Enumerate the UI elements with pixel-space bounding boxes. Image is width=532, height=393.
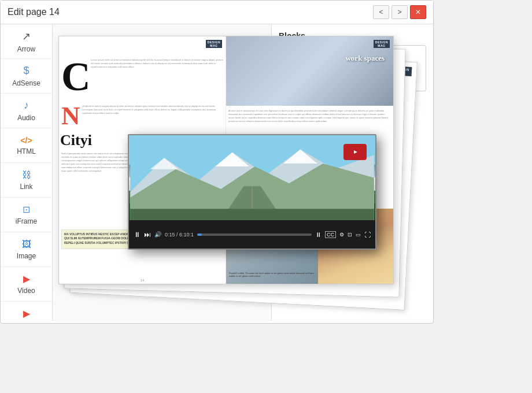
sidebar-item-iframe[interactable]: ⊡ iFrame [1, 198, 52, 232]
video-progress-bar[interactable] [197, 233, 312, 236]
volume-button[interactable]: 🔊 [154, 231, 161, 238]
next-button[interactable]: > [391, 5, 408, 19]
title-bar: Edit page 14 < > ✕ [1, 1, 433, 24]
sidebar-item-link[interactable]: ⛓ Link [1, 163, 52, 198]
mag-city-title: Cityi [60, 132, 92, 149]
sidebar-item-label: HTML [17, 147, 36, 155]
prev-button[interactable]: < [373, 5, 389, 19]
mag-top-image: work spaces [226, 36, 393, 106]
arrow-icon: ↗ [22, 30, 31, 43]
sidebar-item-label: AdSense [12, 79, 40, 87]
content-area: ↗ Arrow $ AdSense ♪ Audio </> HTML ⛓ Lin… [1, 24, 433, 321]
sidebar-item-label: Video [17, 287, 35, 295]
image-icon: 🖼 [22, 239, 31, 250]
yt-logo-text: ▶ [354, 150, 357, 154]
iframe-icon: ⊡ [23, 204, 30, 215]
mountain-svg [129, 135, 375, 220]
main-panel: Blocks DESIGNMAG C DESI [53, 24, 433, 321]
settings-button[interactable]: ⚙ [339, 232, 344, 238]
video-yt-logo[interactable]: ▶ [343, 144, 367, 160]
sidebar-item-label: iFrame [16, 217, 37, 225]
sidebar-item-label: Link [20, 183, 32, 191]
window-title: Edit page 14 [8, 7, 60, 17]
adsense-icon: $ [23, 65, 29, 77]
audio-icon: ♪ [24, 99, 29, 112]
video-controls: ⏸ ⏭ 🔊 0:15 / 6:10:1 ⏸ CC ⚙ ⊡ ▭ [129, 220, 375, 249]
sidebar-item-image[interactable]: 🖼 Image [1, 232, 52, 267]
sidebar-item-youtube[interactable]: ▶ YouTube [1, 302, 52, 321]
mag-text-right-c: Lorem ipsum dolor sit amet consectetur a… [91, 58, 223, 69]
workspace-title: work spaces [345, 54, 385, 63]
sidebar-item-audio[interactable]: ♪ Audio [1, 94, 52, 128]
page-num-left: 14 [141, 279, 145, 282]
next-button-video[interactable]: ⏭ [144, 231, 151, 239]
video-time: 0:15 / 6:10:1 [165, 232, 194, 238]
youtube-icon: ▶ [23, 308, 30, 319]
video-screen: ▶ [129, 135, 375, 220]
main-window: Edit page 14 < > ✕ ↗ Arrow $ AdSense ♪ A… [0, 0, 434, 324]
mag-big-letter-c: C [61, 57, 91, 97]
svg-rect-8 [130, 209, 374, 220]
sidebar-item-arrow[interactable]: ↗ Arrow [1, 24, 52, 59]
pause-indicator: ⏸ [315, 231, 322, 238]
sidebar-item-label: Image [17, 252, 36, 260]
play-pause-button[interactable]: ⏸ [134, 231, 141, 239]
mag-red-letter-n: N [61, 103, 80, 129]
video-player[interactable]: ▶ ⏸ ⏭ 🔊 0:15 / 6:10:1 ⏸ [128, 134, 376, 250]
theater-button[interactable]: ▭ [356, 232, 361, 238]
mag-right-text: At vero eos et accusamus et iusto odio d… [228, 109, 391, 123]
close-button[interactable]: ✕ [410, 5, 426, 19]
sidebar-item-label: Arrow [17, 45, 35, 53]
mag-logo-left: DESIGNMAG [206, 40, 222, 48]
mag-text-right-n: Ut labore et dolore magna aliqua ut enim… [82, 105, 223, 115]
progress-bar-fill [197, 233, 202, 236]
sidebar-item-label: Audio [17, 114, 35, 122]
sidebar-item-html[interactable]: </> HTML [1, 128, 52, 163]
link-icon: ⛓ [22, 170, 31, 180]
sidebar-item-video[interactable]: ▶ Video [1, 267, 52, 302]
title-bar-buttons: < > ✕ [373, 5, 426, 19]
mag-logo-right: DESIGNMAG [374, 40, 390, 48]
pip-button[interactable]: ⊡ [348, 232, 352, 238]
html-icon: </> [20, 136, 32, 145]
fullscreen-button[interactable]: ⛶ [364, 231, 371, 238]
cc-button[interactable]: CC [325, 231, 336, 238]
video-icon: ▶ [23, 273, 30, 284]
sidebar-item-adsense[interactable]: $ AdSense [1, 59, 52, 94]
mag-office-caption: Kendall coddle. Donward ant kant wakat o… [229, 272, 315, 278]
page-num-right: 15 [308, 279, 312, 282]
sidebar: ↗ Arrow $ AdSense ♪ Audio </> HTML ⛓ Lin… [1, 24, 53, 321]
